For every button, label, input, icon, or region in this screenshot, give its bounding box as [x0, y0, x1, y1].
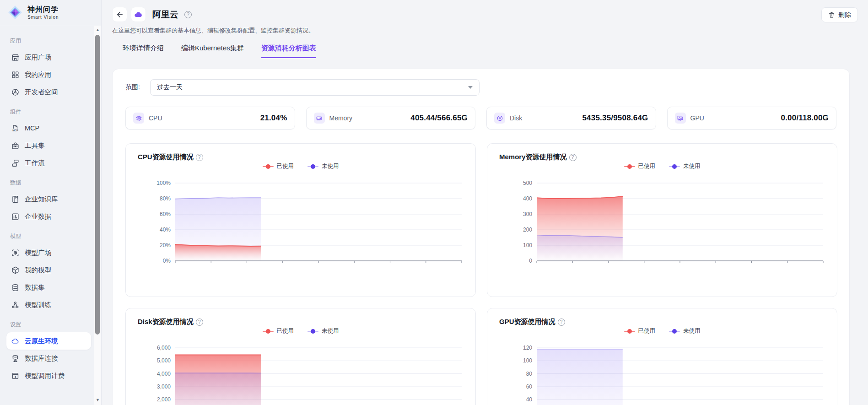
legend-item-used[interactable]: 已使用 [263, 162, 294, 170]
sidebar-item-db-connection[interactable]: 数据库连接 [6, 350, 91, 367]
svg-text:60%: 60% [160, 211, 171, 217]
svg-text:0: 0 [529, 258, 532, 264]
chart-legend: 已使用 未使用 [138, 162, 464, 170]
sidebar: 神州问学 Smart Vision 应用应用广场我的应用开发者空间组件MCPMC… [0, 0, 102, 405]
cluster-cloud-icon [131, 7, 146, 22]
sidebar-item-model-plaza[interactable]: 模型广场 [6, 244, 91, 261]
stat-value: 5435.35/9508.64G [582, 113, 648, 123]
chart-plot[interactable]: 020406080100120 [499, 341, 825, 405]
sidebar-item-mcp[interactable]: MCPMCP [6, 119, 91, 137]
svg-text:100%: 100% [156, 180, 171, 186]
svg-text:80%: 80% [160, 195, 171, 202]
legend-item-unused[interactable]: 未使用 [307, 162, 339, 170]
chart-plot[interactable]: 0%20%40%60%80%100% [138, 177, 464, 268]
range-select[interactable]: 过去一天 [150, 79, 480, 96]
svg-text:100: 100 [523, 357, 532, 364]
sidebar-item-cloud[interactable]: 云原生环境 [6, 332, 91, 350]
cpu-icon [135, 115, 142, 122]
stat-card-cpu: CPU21.04% [125, 107, 295, 130]
sidebar-scrollbar[interactable]: ▲ ▼ [94, 26, 101, 405]
legend-item-used[interactable]: 已使用 [624, 327, 656, 335]
sidebar-item-label: 云原生环境 [25, 337, 58, 346]
sidebar-item-billing[interactable]: ¥模型调用计费 [6, 367, 91, 384]
svg-text:40: 40 [526, 396, 533, 403]
legend-used-label: 已使用 [638, 162, 656, 170]
page-title: 阿里云 [152, 9, 178, 21]
sidebar-item-model-training[interactable]: 模型训练 [6, 296, 91, 313]
sidebar-section-label: 数据 [10, 179, 91, 187]
main-content: 阿里云 ? 在这里您可以查看集群的基本信息、编辑修改集群配置、监控集群资源情况。… [102, 0, 868, 405]
logo-subtitle: Smart Vision [27, 15, 59, 20]
chart-card-1: Memory资源使用情况 ? 已使用 未使用 0100200300400500 [487, 143, 837, 297]
my-model-icon [11, 266, 20, 275]
chart-help-icon[interactable]: ? [569, 154, 577, 161]
svg-text:3,000: 3,000 [157, 383, 171, 390]
sidebar-item-label: 开发者空间 [25, 88, 58, 97]
sidebar-item-label: MCP [25, 124, 39, 132]
svg-text:100: 100 [523, 242, 532, 248]
sidebar-item-label: 数据集 [25, 283, 45, 292]
chevron-down-icon [468, 86, 473, 89]
svg-text:500: 500 [523, 180, 532, 186]
logo-title: 神州问学 [27, 5, 59, 15]
back-arrow-icon [116, 11, 124, 19]
scroll-up-icon[interactable]: ▲ [96, 28, 100, 32]
chart-help-icon[interactable]: ? [196, 319, 203, 326]
legend-item-unused[interactable]: 未使用 [307, 327, 339, 335]
sidebar-item-dataset[interactable]: 数据集 [6, 279, 91, 296]
legend-unused-label: 未使用 [683, 162, 701, 170]
svg-text:2,000: 2,000 [157, 396, 171, 403]
chart-card-2: Disk资源使用情况 ? 已使用 未使用 01,0002,0003,0004,0… [125, 308, 476, 405]
range-label: 范围: [125, 83, 140, 92]
back-button[interactable] [112, 7, 127, 22]
stat-value: 21.04% [260, 113, 287, 123]
legend-item-used[interactable]: 已使用 [624, 162, 656, 170]
chart-plot[interactable]: 0100200300400500 [499, 177, 825, 268]
svg-text:20%: 20% [160, 242, 171, 248]
sidebar-item-knowledge-base[interactable]: 企业知识库 [6, 190, 91, 208]
delete-button[interactable]: 删除 [821, 7, 858, 22]
tab-1[interactable]: 环境详情介绍 [123, 44, 164, 58]
sidebar-item-my-model[interactable]: 我的模型 [6, 261, 91, 279]
charts-grid: CPU资源使用情况 ? 已使用 未使用 0%20%40%60%80%100% M… [125, 143, 836, 405]
sidebar-item-toolbox[interactable]: 工具集 [6, 137, 91, 154]
legend-item-used[interactable]: 已使用 [263, 327, 294, 335]
svg-text:¥: ¥ [15, 375, 16, 378]
legend-item-unused[interactable]: 未使用 [669, 162, 701, 170]
gpu-icon [677, 115, 684, 122]
tab-3[interactable]: 资源消耗分析图表 [261, 44, 316, 58]
stat-label: Disk [510, 114, 522, 122]
chart-plot[interactable]: 01,0002,0003,0004,0005,0006,000 [138, 341, 464, 405]
scroll-down-icon[interactable]: ▼ [96, 398, 100, 402]
logo-icon [7, 5, 23, 20]
stats-row: CPU21.04%Memory405.44/566.65GDisk5435.35… [125, 107, 836, 130]
legend-item-unused[interactable]: 未使用 [669, 327, 701, 335]
sidebar-item-dev-space[interactable]: 开发者空间 [6, 83, 91, 101]
dev-space-icon [11, 88, 20, 97]
enterprise-data-icon [11, 212, 20, 221]
svg-text:60: 60 [526, 383, 533, 390]
sidebar-item-storefront[interactable]: 应用广场 [6, 49, 91, 66]
legend-unused-label: 未使用 [322, 162, 339, 170]
chart-help-icon[interactable]: ? [196, 154, 203, 161]
sidebar-item-label: 数据库连接 [25, 354, 58, 363]
legend-used-label: 已使用 [277, 327, 294, 335]
scrollbar-thumb[interactable] [95, 35, 100, 335]
toolbox-icon [11, 141, 20, 150]
dataset-icon [11, 283, 20, 292]
sidebar-item-enterprise-data[interactable]: 企业数据 [6, 208, 91, 225]
storefront-icon [11, 53, 20, 62]
sidebar-item-label: 企业知识库 [25, 195, 58, 204]
title-help-icon[interactable]: ? [184, 11, 192, 18]
tab-bar: 环境详情介绍编辑Kubernetes集群资源消耗分析图表 [123, 44, 868, 58]
svg-text:0%: 0% [163, 258, 171, 264]
sidebar-item-grid[interactable]: 我的应用 [6, 66, 91, 83]
chart-help-icon[interactable]: ? [558, 319, 565, 326]
sidebar-item-label: 工具集 [25, 141, 45, 150]
stat-value: 0.00/118.00G [781, 113, 829, 123]
model-plaza-icon [11, 248, 20, 257]
tab-2[interactable]: 编辑Kubernetes集群 [181, 44, 244, 58]
sidebar-item-workflow[interactable]: 工作流 [6, 154, 91, 172]
sidebar-item-label: 我的模型 [25, 266, 51, 275]
sidebar-section-label: 模型 [10, 232, 91, 240]
